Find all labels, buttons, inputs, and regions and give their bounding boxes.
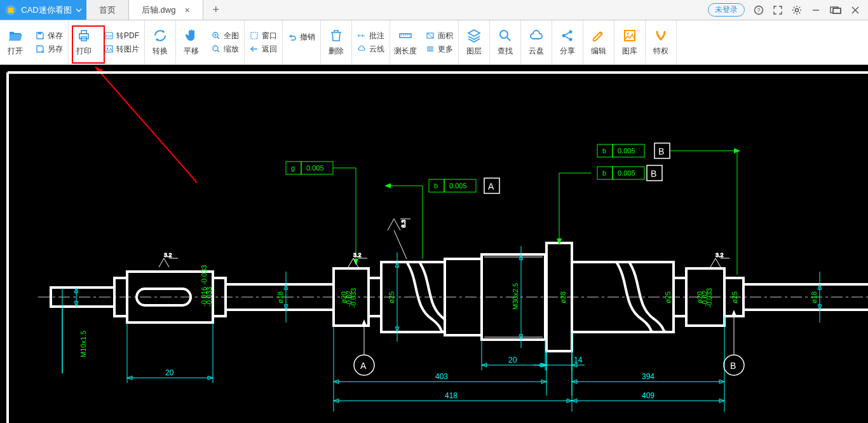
svg-text:0.005: 0.005 xyxy=(306,164,324,172)
save-icon xyxy=(36,31,44,40)
gtol-bB-lower: b0.005 B xyxy=(557,165,662,245)
app-logo-icon xyxy=(4,4,17,17)
more-button[interactable]: 更多 xyxy=(424,43,454,56)
login-button[interactable]: 未登录 xyxy=(708,3,745,17)
tab-home[interactable]: 首页 xyxy=(86,0,129,20)
convert-button[interactable]: 转换 xyxy=(145,20,176,64)
print-button[interactable]: 打印 xyxy=(69,20,99,64)
svg-line-26 xyxy=(95,67,197,183)
vip-button[interactable]: 特权 xyxy=(646,20,677,64)
svg-text:g: g xyxy=(291,164,295,172)
app-name: CAD迷你看图 xyxy=(21,4,71,16)
layer-button[interactable]: 图层 xyxy=(459,20,490,64)
image-icon xyxy=(104,45,113,53)
zoom-button[interactable]: 缩放 xyxy=(210,43,240,56)
svg-point-25 xyxy=(627,33,629,35)
svg-rect-5 xyxy=(833,8,841,13)
datum-B: B xyxy=(724,310,744,375)
svg-text:-0.033: -0.033 xyxy=(205,287,213,307)
back-button[interactable]: 返回 xyxy=(248,43,278,56)
svg-text:ø18: ø18 xyxy=(276,291,284,303)
delete-button[interactable]: 删除 xyxy=(321,20,352,64)
gallery-button[interactable]: 图库 xyxy=(614,20,646,64)
cloud-disk-icon xyxy=(529,28,544,43)
cloud-icon xyxy=(357,45,366,53)
toolbar: 打开 保存 另存 打印 PDF转PDF 转图片 转换 平移 全图 缩放 窗口 返… xyxy=(0,20,868,65)
new-tab-button[interactable]: + xyxy=(203,0,229,20)
svg-text:14: 14 xyxy=(574,356,583,364)
open-button[interactable]: 打开 xyxy=(0,20,31,64)
window-button[interactable]: 窗口 xyxy=(248,29,278,43)
svg-text:3.2: 3.2 xyxy=(715,252,724,258)
hand-icon xyxy=(184,28,199,43)
close-icon[interactable]: × xyxy=(184,5,189,15)
search-icon xyxy=(498,28,513,43)
svg-text:B: B xyxy=(730,361,736,371)
svg-text:b: b xyxy=(602,147,606,155)
svg-text:B: B xyxy=(658,146,664,156)
ruler-icon xyxy=(398,28,413,43)
svg-point-14 xyxy=(107,48,108,49)
saveas-button[interactable]: 另存 xyxy=(34,43,64,56)
to-image-button[interactable]: 转图片 xyxy=(103,43,140,56)
annotate-button[interactable]: 批注 xyxy=(356,29,386,43)
window-icon xyxy=(250,31,259,40)
vip-icon xyxy=(653,28,668,43)
maximize-icon[interactable] xyxy=(830,6,841,14)
convert-icon xyxy=(153,28,168,43)
titlebar: CAD迷你看图 首页 后轴.dwg × + 未登录 ? xyxy=(0,0,868,20)
svg-rect-8 xyxy=(79,34,88,39)
minimize-icon[interactable] xyxy=(811,5,821,15)
chevron-down-icon xyxy=(76,8,82,12)
svg-text:403: 403 xyxy=(435,372,448,381)
svg-text:ø28: ø28 xyxy=(559,291,567,303)
svg-text:B: B xyxy=(651,169,656,179)
svg-text:A: A xyxy=(360,361,367,371)
zoom-icon xyxy=(212,45,220,53)
gear-icon[interactable] xyxy=(792,5,802,15)
back-icon xyxy=(250,45,259,53)
svg-text:A: A xyxy=(488,181,494,191)
surf-1: 3.2 xyxy=(159,252,178,267)
close-window-icon[interactable] xyxy=(850,5,860,15)
to-pdf-button[interactable]: PDF转PDF xyxy=(103,29,140,43)
surf-3: 3.2 xyxy=(710,252,729,267)
cloud-button[interactable]: 云线 xyxy=(356,43,386,56)
svg-rect-7 xyxy=(38,32,41,34)
svg-text:-0.033: -0.033 xyxy=(705,288,713,308)
share-icon xyxy=(560,28,575,43)
svg-line-127 xyxy=(394,230,407,259)
svg-text:6.3: 6.3 xyxy=(400,219,407,228)
edit-button[interactable]: 编辑 xyxy=(583,20,614,64)
svg-text:20: 20 xyxy=(508,356,517,364)
svg-text:20: 20 xyxy=(165,368,174,377)
measure-button[interactable]: 测长度 xyxy=(390,20,421,64)
gallery-icon xyxy=(622,28,637,43)
svg-text:-0.033: -0.033 xyxy=(349,288,357,308)
share-button[interactable]: 分享 xyxy=(552,20,583,64)
undo-button[interactable]: 撤销 xyxy=(287,31,316,44)
app-menu-button[interactable]: CAD迷你看图 xyxy=(0,0,86,20)
svg-text:?: ? xyxy=(757,7,760,13)
svg-text:409: 409 xyxy=(642,391,654,400)
svg-text:394: 394 xyxy=(642,372,654,381)
area-button[interactable]: 面积 xyxy=(424,29,454,43)
pan-button[interactable]: 平移 xyxy=(176,20,207,64)
find-button[interactable]: 查找 xyxy=(490,20,521,64)
cloud-disk-button[interactable]: 云盘 xyxy=(521,20,552,64)
svg-text:PDF: PDF xyxy=(105,34,112,38)
printer-icon xyxy=(76,28,92,43)
svg-text:b: b xyxy=(434,182,438,190)
svg-point-3 xyxy=(796,8,799,11)
tab-file[interactable]: 后轴.dwg × xyxy=(129,0,203,20)
layers-icon xyxy=(466,28,482,43)
svg-text:3.2: 3.2 xyxy=(164,252,172,258)
cad-canvas[interactable]: M10x1.5 -0.016 -0.033 -0.033 ø18 ø20 -0.… xyxy=(0,65,868,423)
svg-text:3.2: 3.2 xyxy=(353,252,362,258)
svg-point-20 xyxy=(500,31,508,38)
fit-button[interactable]: 全图 xyxy=(210,29,240,43)
folder-open-icon xyxy=(8,28,23,43)
help-icon[interactable]: ? xyxy=(754,5,764,15)
fullscreen-icon[interactable] xyxy=(773,5,783,15)
save-button[interactable]: 保存 xyxy=(34,29,64,43)
